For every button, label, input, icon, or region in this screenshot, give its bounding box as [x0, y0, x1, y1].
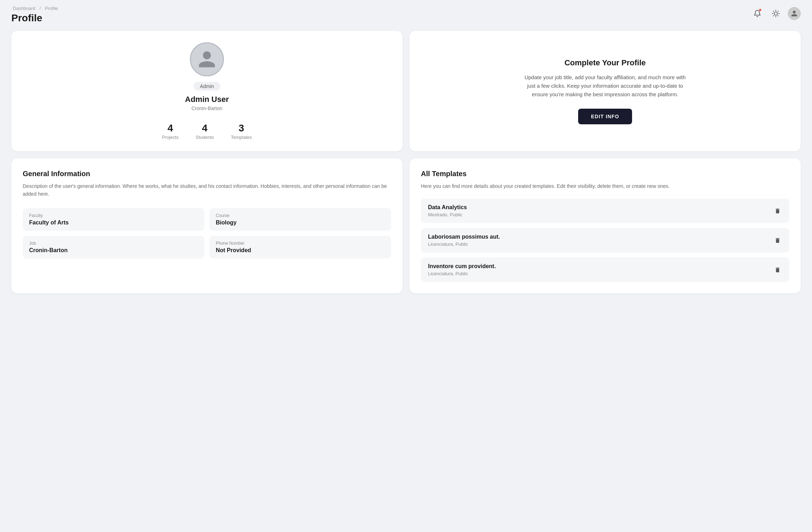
- delete-template-0-button[interactable]: [773, 206, 782, 216]
- stat-templates-label: Templates: [231, 135, 252, 140]
- complete-profile-card: Complete Your Profile Update your job ti…: [410, 31, 801, 151]
- svg-line-4: [778, 16, 778, 16]
- course-value: Biology: [216, 219, 385, 226]
- header: Dashboard / Profile Profile: [0, 0, 812, 27]
- stat-projects-label: Projects: [162, 135, 179, 140]
- breadcrumb-separator: /: [39, 6, 41, 11]
- template-meta-1: Licenciatura, Public: [428, 241, 500, 247]
- avatar-icon: [197, 49, 217, 69]
- svg-line-8: [778, 11, 778, 11]
- trash-icon-1: [774, 237, 781, 244]
- notification-button[interactable]: [751, 7, 764, 20]
- template-name-0: Data Analytics: [428, 204, 467, 211]
- profile-stats: 4 Projects 4 Students 3 Templates: [162, 123, 252, 140]
- breadcrumb: Dashboard / Profile: [11, 6, 59, 11]
- sun-icon: [772, 10, 780, 17]
- template-item-2: Inventore cum provident. Licenciatura, P…: [421, 257, 789, 282]
- template-item-0: Data Analytics Mestrado, Public: [421, 199, 789, 223]
- svg-line-7: [773, 16, 774, 16]
- general-info-description: Description of the user's general inform…: [23, 182, 391, 198]
- theme-toggle-button[interactable]: [769, 7, 782, 20]
- faculty-label: Faculty: [29, 213, 198, 218]
- stat-students-number: 4: [202, 123, 208, 134]
- trash-icon-2: [774, 267, 781, 273]
- user-avatar-button[interactable]: [788, 7, 801, 20]
- delete-template-2-button[interactable]: [773, 265, 782, 275]
- templates-title: All Templates: [421, 170, 789, 178]
- delete-template-1-button[interactable]: [773, 236, 782, 245]
- job-value: Cronin-Barton: [29, 247, 198, 254]
- breadcrumb-home[interactable]: Dashboard: [13, 6, 35, 11]
- job-label: Job: [29, 241, 198, 246]
- trash-icon-0: [774, 208, 781, 214]
- templates-description: Here you can find more details about you…: [421, 182, 789, 190]
- complete-profile-description: Update your job title, add your faculty …: [520, 73, 690, 99]
- info-item-phone: Phone Number Not Provided: [209, 236, 391, 259]
- template-info-2: Inventore cum provident. Licenciatura, P…: [428, 263, 496, 276]
- user-avatar-icon: [791, 10, 798, 17]
- template-name-1: Laboriosam possimus aut.: [428, 234, 500, 240]
- template-item-1: Laboriosam possimus aut. Licenciatura, P…: [421, 228, 789, 253]
- phone-label: Phone Number: [216, 241, 385, 246]
- stat-templates-number: 3: [238, 123, 244, 134]
- profile-card: Admin Admin User Cronin-Barton 4 Project…: [11, 31, 402, 151]
- template-info-1: Laboriosam possimus aut. Licenciatura, P…: [428, 234, 500, 247]
- info-grid: Faculty Faculty of Arts Course Biology J…: [23, 208, 391, 259]
- template-name-2: Inventore cum provident.: [428, 263, 496, 270]
- profile-org: Cronin-Barton: [191, 105, 222, 111]
- svg-line-3: [773, 11, 774, 11]
- page-title: Profile: [11, 12, 59, 24]
- profile-avatar: [190, 42, 224, 76]
- general-info-title: General Information: [23, 170, 391, 178]
- notification-dot: [759, 9, 762, 11]
- template-list: Data Analytics Mestrado, Public Laborios…: [421, 199, 789, 282]
- stat-templates: 3 Templates: [231, 123, 252, 140]
- general-info-card: General Information Description of the u…: [11, 158, 402, 293]
- template-meta-0: Mestrado, Public: [428, 212, 467, 217]
- svg-point-0: [774, 12, 777, 15]
- info-item-course: Course Biology: [209, 208, 391, 231]
- faculty-value: Faculty of Arts: [29, 219, 198, 226]
- profile-name: Admin User: [185, 95, 229, 104]
- template-meta-2: Licenciatura, Public: [428, 271, 496, 276]
- edit-info-button[interactable]: EDIT INFO: [578, 109, 632, 124]
- stat-projects: 4 Projects: [162, 123, 179, 140]
- phone-value: Not Provided: [216, 247, 385, 254]
- main-content: Admin Admin User Cronin-Barton 4 Project…: [0, 27, 812, 305]
- complete-profile-title: Complete Your Profile: [564, 58, 646, 67]
- header-actions: [751, 7, 801, 20]
- header-left: Dashboard / Profile Profile: [11, 6, 59, 24]
- template-info-0: Data Analytics Mestrado, Public: [428, 204, 467, 217]
- course-label: Course: [216, 213, 385, 218]
- breadcrumb-current: Profile: [45, 6, 58, 11]
- info-item-faculty: Faculty Faculty of Arts: [23, 208, 204, 231]
- templates-card: All Templates Here you can find more det…: [410, 158, 801, 293]
- role-badge: Admin: [193, 82, 220, 91]
- stat-projects-number: 4: [168, 123, 173, 134]
- stat-students: 4 Students: [196, 123, 214, 140]
- info-item-job: Job Cronin-Barton: [23, 236, 204, 259]
- stat-students-label: Students: [196, 135, 214, 140]
